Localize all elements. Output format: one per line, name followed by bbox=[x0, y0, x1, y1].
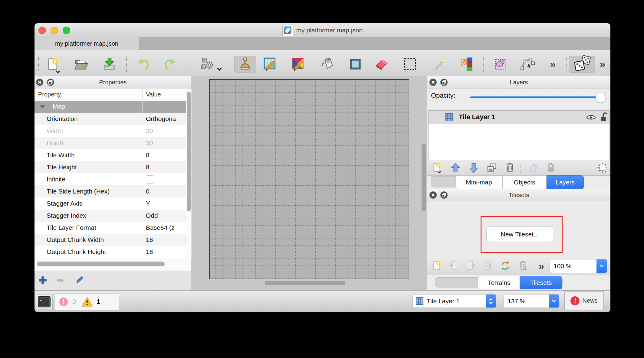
redo-button[interactable] bbox=[160, 56, 180, 73]
map-group-row[interactable]: Map bbox=[34, 101, 186, 113]
magic-wand-icon bbox=[432, 57, 448, 72]
table-row[interactable]: Height30 bbox=[34, 137, 186, 149]
combo-stepper-cap[interactable] bbox=[486, 295, 496, 308]
scrollbar-thumb[interactable] bbox=[37, 262, 165, 266]
select-objects-tool[interactable] bbox=[491, 56, 511, 73]
commands-chevron-icon[interactable] bbox=[217, 67, 222, 71]
status-bar: 0 1 Tile Layer 1 137 % ! News bbox=[34, 290, 610, 312]
document-tab[interactable]: my platformer map.json bbox=[34, 37, 139, 50]
random-mode-toggle[interactable] bbox=[569, 56, 595, 73]
new-layer-button[interactable] bbox=[429, 161, 445, 174]
embed-tileset-button[interactable] bbox=[446, 259, 462, 272]
map-canvas[interactable] bbox=[192, 76, 428, 290]
issues-counter[interactable]: 0 1 bbox=[54, 293, 119, 310]
table-row[interactable]: Tile Side Length (Hex)0 bbox=[34, 185, 186, 197]
canvas-vertical-scrollbar[interactable] bbox=[422, 144, 426, 211]
shape-fill-tool[interactable] bbox=[346, 56, 365, 73]
toolbar-drag-handle[interactable] bbox=[566, 57, 567, 70]
commands-button[interactable] bbox=[197, 56, 217, 73]
close-window-button[interactable] bbox=[38, 27, 46, 34]
table-row[interactable]: Output Chunk Width16 bbox=[34, 234, 186, 246]
properties-header: Properties bbox=[34, 76, 191, 89]
map-grid[interactable] bbox=[209, 79, 409, 279]
toolbar-overflow-button[interactable]: » bbox=[593, 56, 610, 73]
vertical-scrollbar[interactable] bbox=[186, 89, 192, 258]
tileset-toolbar-overflow[interactable]: » bbox=[534, 259, 549, 272]
reload-tileset-button[interactable] bbox=[498, 259, 513, 272]
bucket-fill-tool[interactable] bbox=[317, 56, 337, 73]
undo-button[interactable] bbox=[134, 56, 153, 73]
visibility-eye-icon[interactable] bbox=[586, 112, 596, 123]
stamp-brush-tool[interactable] bbox=[234, 56, 256, 73]
tab-terrains[interactable]: Terrains bbox=[478, 276, 520, 289]
tab-tilesets[interactable]: Tilesets bbox=[520, 276, 562, 289]
table-row[interactable]: Tile Layer FormatBase64 (z bbox=[34, 222, 186, 234]
scrollbar-thumb[interactable] bbox=[187, 92, 191, 211]
new-map-chevron-icon[interactable] bbox=[55, 70, 61, 74]
lower-layer-button[interactable] bbox=[466, 161, 481, 174]
combo-dropdown-cap[interactable] bbox=[596, 259, 607, 273]
duplicate-layer-button[interactable] bbox=[484, 161, 500, 174]
tileset-zoom-combobox[interactable]: 100 % bbox=[550, 259, 607, 273]
tab-objects[interactable]: Objects bbox=[502, 175, 547, 189]
wang-brush-tool[interactable] bbox=[289, 56, 308, 73]
open-file-button[interactable] bbox=[71, 56, 91, 73]
toolbar-drag-handle[interactable] bbox=[38, 57, 39, 70]
rectangular-select-tool[interactable] bbox=[400, 56, 420, 73]
wang-brush-icon bbox=[291, 57, 306, 72]
edit-polygons-tool[interactable] bbox=[518, 56, 537, 73]
layer-list[interactable]: Tile Layer 1 bbox=[428, 110, 610, 161]
tools-overflow-button[interactable]: » bbox=[543, 56, 563, 73]
select-same-tile-tool[interactable] bbox=[457, 56, 476, 73]
new-tileset-button[interactable]: New Tileset... bbox=[486, 226, 553, 242]
zoom-level-combobox[interactable]: 137 % bbox=[504, 294, 559, 308]
opacity-slider-handle[interactable] bbox=[596, 93, 606, 103]
table-row[interactable]: Output Chunk Height16 bbox=[34, 246, 186, 258]
export-tileset-button[interactable] bbox=[463, 259, 478, 272]
table-row[interactable]: Tile Width8 bbox=[34, 149, 186, 161]
magic-wand-tool[interactable] bbox=[430, 56, 450, 73]
layer-row-selected[interactable]: Tile Layer 1 bbox=[429, 111, 610, 124]
zoom-window-button[interactable] bbox=[63, 27, 70, 34]
lock-layer-button[interactable] bbox=[543, 161, 559, 174]
news-button[interactable]: ! News bbox=[564, 291, 604, 310]
edit-property-icon[interactable] bbox=[75, 276, 84, 285]
infinite-checkbox[interactable] bbox=[146, 175, 154, 184]
highlight-other-layers-button[interactable] bbox=[526, 161, 542, 174]
save-file-button[interactable] bbox=[100, 56, 119, 73]
raise-layer-button[interactable] bbox=[448, 161, 463, 174]
import-tileset-icon bbox=[448, 260, 460, 272]
table-row[interactable]: Infinite bbox=[34, 173, 186, 185]
horizontal-scrollbar[interactable] bbox=[34, 258, 186, 271]
toolbar-separator bbox=[483, 56, 484, 72]
table-row[interactable]: OrientationOrthogona bbox=[34, 113, 186, 125]
tilesets-body: New Tileset... bbox=[427, 201, 610, 257]
unlocked-icon[interactable] bbox=[599, 112, 609, 122]
table-row[interactable]: Tile Height8 bbox=[34, 161, 186, 173]
scrollbar-corner bbox=[186, 258, 191, 271]
new-tileset-toolbar-button[interactable] bbox=[429, 259, 445, 272]
minimize-window-button[interactable] bbox=[51, 27, 58, 34]
table-header: Property Value bbox=[34, 89, 186, 101]
remove-layer-button[interactable] bbox=[502, 161, 518, 174]
remove-tileset-button[interactable] bbox=[515, 259, 531, 272]
combo-dropdown-cap[interactable] bbox=[549, 295, 559, 308]
terrain-brush-tool[interactable] bbox=[261, 56, 280, 73]
collapse-triangle-icon[interactable] bbox=[40, 105, 45, 109]
edit-tileset-button[interactable] bbox=[480, 259, 496, 272]
eraser-tool[interactable] bbox=[372, 56, 392, 73]
bucket-fill-icon bbox=[320, 57, 335, 72]
tab-mini-map[interactable]: Mini-map bbox=[455, 175, 502, 189]
highlight-current-layer-button[interactable] bbox=[594, 161, 610, 174]
canvas-horizontal-scrollbar[interactable] bbox=[265, 281, 345, 285]
tab-layers[interactable]: Layers bbox=[547, 175, 584, 189]
layers-faded-icon bbox=[528, 162, 540, 174]
remove-property-icon[interactable] bbox=[56, 276, 65, 285]
opacity-slider[interactable] bbox=[470, 96, 605, 98]
current-layer-combobox[interactable]: Tile Layer 1 bbox=[412, 294, 496, 308]
table-row[interactable]: Stagger IndexOdd bbox=[34, 210, 186, 222]
table-row[interactable]: Stagger AxisY bbox=[34, 197, 186, 210]
console-button[interactable] bbox=[36, 294, 53, 309]
add-property-icon[interactable] bbox=[38, 276, 47, 285]
table-row[interactable]: Width30 bbox=[34, 125, 186, 137]
